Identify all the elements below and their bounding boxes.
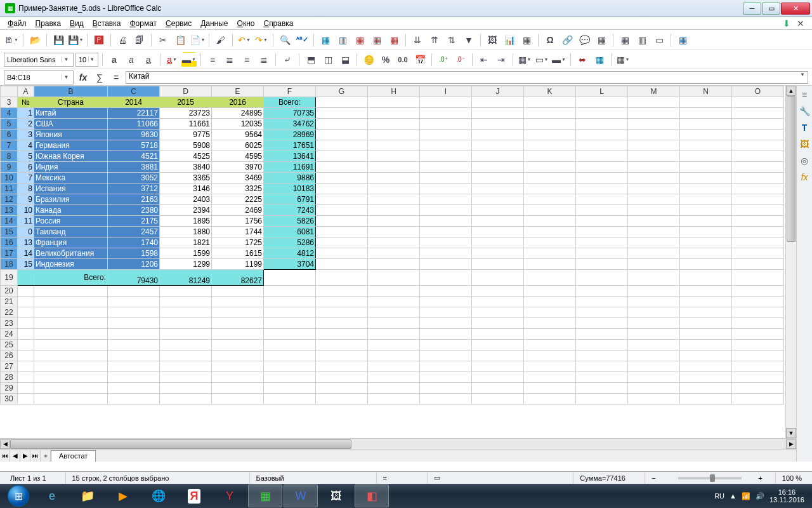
cell[interactable]: 34762: [264, 119, 316, 130]
export-pdf-button[interactable]: 🅿: [91, 32, 107, 48]
tab-next-button[interactable]: ▶: [20, 450, 30, 462]
row-header[interactable]: 20: [1, 286, 18, 297]
print-preview-button[interactable]: 🗐: [132, 32, 147, 48]
cell[interactable]: 6791: [264, 194, 316, 205]
menu-file[interactable]: Файл: [4, 18, 30, 29]
row-header[interactable]: 27: [1, 361, 18, 372]
number-button[interactable]: 0.0: [395, 52, 410, 67]
cell[interactable]: 3325: [212, 184, 264, 194]
table-btn1[interactable]: ▦: [352, 32, 367, 48]
cut-button[interactable]: ✂: [155, 32, 171, 48]
cell[interactable]: 11066: [108, 119, 160, 130]
formula-input[interactable]: Китай▼: [126, 71, 808, 84]
cell[interactable]: 10183: [264, 184, 316, 194]
cell[interactable]: 12035: [212, 119, 264, 130]
cell[interactable]: Россия: [34, 216, 108, 227]
col-header-B[interactable]: B: [34, 86, 108, 97]
align-justify-button[interactable]: ≣: [256, 52, 272, 67]
col-header-D[interactable]: D: [160, 86, 212, 97]
cell[interactable]: Южная Корея: [34, 151, 108, 162]
taskbar-yandex-icon[interactable]: Я: [177, 485, 211, 507]
merge-button[interactable]: ⬌: [575, 52, 590, 67]
cell[interactable]: 5908: [160, 140, 212, 151]
cell[interactable]: 23723: [160, 108, 212, 119]
table-btn3[interactable]: ▦: [386, 32, 402, 48]
cell[interactable]: 1880: [160, 227, 212, 237]
valign-top-button[interactable]: ⬒: [303, 52, 318, 67]
menu-window[interactable]: Окно: [233, 18, 259, 29]
font-color-button[interactable]: a▼: [164, 52, 180, 67]
sidebar-text-icon[interactable]: T: [798, 121, 811, 134]
cell[interactable]: 3970: [212, 162, 264, 173]
cell[interactable]: Франция: [34, 237, 108, 248]
cell[interactable]: 3052: [108, 173, 160, 184]
cell[interactable]: 0: [18, 227, 34, 237]
cell[interactable]: США: [34, 119, 108, 130]
cell[interactable]: 1895: [160, 216, 212, 227]
taskbar-explorer-icon[interactable]: 📁: [70, 485, 105, 507]
tray-flag-icon[interactable]: ▲: [730, 492, 737, 500]
zoom-slider[interactable]: [678, 477, 742, 479]
bold-button[interactable]: a: [107, 52, 122, 67]
cell[interactable]: 8: [18, 184, 34, 194]
pivot-button[interactable]: ▦: [519, 32, 534, 48]
col-header-J[interactable]: J: [472, 86, 524, 97]
cell[interactable]: 6: [18, 162, 34, 173]
row-header[interactable]: 18: [1, 259, 18, 270]
row-button[interactable]: ▦: [318, 32, 333, 48]
wrap-button[interactable]: ⤶: [280, 52, 295, 67]
row-header[interactable]: 21: [1, 297, 18, 307]
cell[interactable]: 1756: [212, 216, 264, 227]
tab-prev-button[interactable]: ◀: [10, 450, 20, 462]
row-header[interactable]: 23: [1, 318, 18, 329]
save-button[interactable]: 💾: [51, 32, 66, 48]
headers-button[interactable]: ▦: [594, 32, 609, 48]
cell[interactable]: 9564: [212, 130, 264, 140]
cell[interactable]: 6025: [212, 140, 264, 151]
cell[interactable]: 14: [18, 248, 34, 259]
cell[interactable]: 7: [18, 173, 34, 184]
row-header[interactable]: 6: [1, 130, 18, 140]
col-header-M[interactable]: M: [628, 86, 680, 97]
cell[interactable]: Бразилия: [34, 194, 108, 205]
cell[interactable]: 5: [18, 151, 34, 162]
cell[interactable]: Китай: [34, 108, 108, 119]
menu-insert[interactable]: Вставка: [89, 18, 125, 29]
sort-desc-button[interactable]: ⇈: [427, 32, 442, 48]
cell[interactable]: Страна: [34, 97, 108, 108]
maximize-button[interactable]: ▭: [762, 3, 780, 15]
taskbar-chrome-icon[interactable]: 🌐: [141, 485, 176, 507]
cell[interactable]: 1: [18, 108, 34, 119]
cell[interactable]: 9775: [160, 130, 212, 140]
valign-bot-button[interactable]: ⬓: [337, 52, 353, 67]
border-style-button[interactable]: ▭▼: [534, 52, 549, 67]
cell[interactable]: 1744: [212, 227, 264, 237]
cell[interactable]: 5718: [108, 140, 160, 151]
row-header[interactable]: 29: [1, 383, 18, 394]
row-header[interactable]: 19: [1, 270, 18, 286]
cell[interactable]: 1725: [212, 237, 264, 248]
col-header-C[interactable]: C: [108, 86, 160, 97]
tray-volume-icon[interactable]: 🔊: [756, 492, 764, 500]
cell[interactable]: Всего:: [34, 270, 108, 286]
cell[interactable]: 2016: [212, 97, 264, 108]
window-button[interactable]: ▭: [652, 32, 667, 48]
tray-network-icon[interactable]: 📶: [742, 492, 750, 500]
row-header[interactable]: 24: [1, 329, 18, 340]
row-header[interactable]: 22: [1, 307, 18, 318]
row-header[interactable]: 16: [1, 237, 18, 248]
taskbar-app-icon[interactable]: ◧: [355, 485, 389, 507]
cell[interactable]: 4595: [212, 151, 264, 162]
corner-cell[interactable]: [1, 86, 18, 97]
cell[interactable]: 22117: [108, 108, 160, 119]
cell[interactable]: 3840: [160, 162, 212, 173]
date-button[interactable]: 📅: [412, 52, 428, 67]
autofilter-button[interactable]: ▼: [461, 32, 476, 48]
del-decimal-button[interactable]: .0⁻: [453, 52, 468, 67]
cell[interactable]: Таиланд: [34, 227, 108, 237]
cell[interactable]: 2469: [212, 205, 264, 216]
col-button[interactable]: ▥: [335, 32, 350, 48]
row-header[interactable]: 3: [1, 97, 18, 108]
currency-button[interactable]: 🪙: [361, 52, 376, 67]
cell[interactable]: 1206: [108, 259, 160, 270]
